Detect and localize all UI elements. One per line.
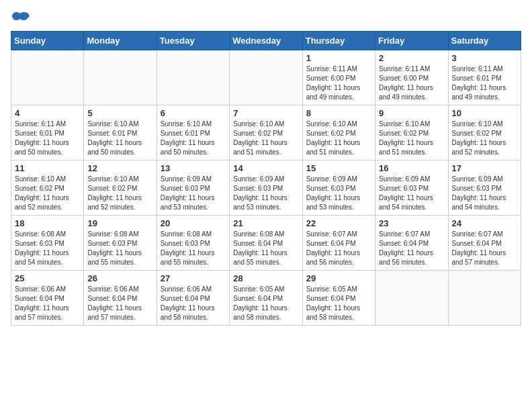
- calendar-cell: [11, 50, 84, 105]
- day-number: 15: [306, 163, 371, 173]
- day-info: Sunrise: 6:11 AM Sunset: 6:00 PM Dayligh…: [379, 64, 444, 102]
- day-number: 16: [379, 163, 444, 173]
- logo-bird-icon: [11, 11, 30, 27]
- day-number: 22: [306, 218, 371, 228]
- day-number: 3: [452, 53, 517, 63]
- day-info: Sunrise: 6:06 AM Sunset: 6:04 PM Dayligh…: [15, 285, 80, 322]
- day-number: 23: [379, 218, 444, 228]
- calendar-week-row: 25Sunrise: 6:06 AM Sunset: 6:04 PM Dayli…: [11, 271, 521, 326]
- weekday-header: Wednesday: [230, 32, 302, 50]
- day-info: Sunrise: 6:09 AM Sunset: 6:03 PM Dayligh…: [306, 175, 371, 212]
- calendar-cell: 2Sunrise: 6:11 AM Sunset: 6:00 PM Daylig…: [375, 50, 448, 105]
- day-number: 1: [306, 53, 371, 63]
- day-info: Sunrise: 6:10 AM Sunset: 6:02 PM Dayligh…: [233, 120, 298, 157]
- calendar-week-row: 11Sunrise: 6:10 AM Sunset: 6:02 PM Dayli…: [11, 161, 521, 216]
- weekday-header: Thursday: [302, 32, 375, 50]
- calendar-cell: 8Sunrise: 6:10 AM Sunset: 6:02 PM Daylig…: [302, 105, 375, 161]
- day-number: 8: [306, 108, 371, 118]
- calendar-cell: 13Sunrise: 6:09 AM Sunset: 6:03 PM Dayli…: [157, 161, 229, 216]
- calendar-cell: [230, 50, 302, 105]
- day-number: 18: [15, 218, 80, 228]
- calendar-header-row: SundayMondayTuesdayWednesdayThursdayFrid…: [11, 32, 521, 50]
- calendar-cell: 12Sunrise: 6:10 AM Sunset: 6:02 PM Dayli…: [84, 161, 157, 216]
- calendar-cell: 4Sunrise: 6:11 AM Sunset: 6:01 PM Daylig…: [11, 105, 84, 161]
- day-info: Sunrise: 6:05 AM Sunset: 6:04 PM Dayligh…: [306, 285, 371, 322]
- day-info: Sunrise: 6:07 AM Sunset: 6:04 PM Dayligh…: [452, 230, 517, 267]
- day-info: Sunrise: 6:09 AM Sunset: 6:03 PM Dayligh…: [379, 175, 444, 212]
- day-info: Sunrise: 6:09 AM Sunset: 6:03 PM Dayligh…: [161, 175, 226, 212]
- calendar-cell: 26Sunrise: 6:06 AM Sunset: 6:04 PM Dayli…: [84, 271, 157, 326]
- day-number: 17: [452, 163, 517, 173]
- day-number: 29: [306, 273, 371, 283]
- day-info: Sunrise: 6:11 AM Sunset: 6:01 PM Dayligh…: [15, 120, 80, 157]
- header: [11, 11, 521, 24]
- calendar-cell: [84, 50, 157, 105]
- day-info: Sunrise: 6:10 AM Sunset: 6:01 PM Dayligh…: [87, 120, 152, 157]
- day-number: 10: [452, 108, 517, 118]
- calendar-cell: 3Sunrise: 6:11 AM Sunset: 6:01 PM Daylig…: [448, 50, 521, 105]
- calendar-cell: 10Sunrise: 6:10 AM Sunset: 6:02 PM Dayli…: [448, 105, 521, 161]
- day-number: 12: [87, 163, 152, 173]
- day-number: 27: [161, 273, 226, 283]
- day-number: 26: [87, 273, 152, 283]
- calendar-cell: 17Sunrise: 6:09 AM Sunset: 6:03 PM Dayli…: [448, 161, 521, 216]
- day-number: 4: [15, 108, 80, 118]
- day-info: Sunrise: 6:10 AM Sunset: 6:02 PM Dayligh…: [452, 120, 517, 157]
- day-info: Sunrise: 6:07 AM Sunset: 6:04 PM Dayligh…: [306, 230, 371, 267]
- calendar-week-row: 4Sunrise: 6:11 AM Sunset: 6:01 PM Daylig…: [11, 105, 521, 161]
- calendar-cell: 15Sunrise: 6:09 AM Sunset: 6:03 PM Dayli…: [302, 161, 375, 216]
- calendar-cell: 18Sunrise: 6:08 AM Sunset: 6:03 PM Dayli…: [11, 216, 84, 271]
- calendar-week-row: 1Sunrise: 6:11 AM Sunset: 6:00 PM Daylig…: [11, 50, 521, 105]
- weekday-header: Friday: [375, 32, 448, 50]
- day-info: Sunrise: 6:07 AM Sunset: 6:04 PM Dayligh…: [379, 230, 444, 267]
- day-number: 11: [15, 163, 80, 173]
- day-info: Sunrise: 6:11 AM Sunset: 6:00 PM Dayligh…: [306, 64, 371, 102]
- calendar-cell: 6Sunrise: 6:10 AM Sunset: 6:01 PM Daylig…: [157, 105, 229, 161]
- calendar-cell: 5Sunrise: 6:10 AM Sunset: 6:01 PM Daylig…: [84, 105, 157, 161]
- calendar-week-row: 18Sunrise: 6:08 AM Sunset: 6:03 PM Dayli…: [11, 216, 521, 271]
- day-number: 13: [161, 163, 226, 173]
- calendar-cell: 27Sunrise: 6:06 AM Sunset: 6:04 PM Dayli…: [157, 271, 229, 326]
- day-info: Sunrise: 6:08 AM Sunset: 6:04 PM Dayligh…: [233, 230, 298, 267]
- calendar-cell: 9Sunrise: 6:10 AM Sunset: 6:02 PM Daylig…: [375, 105, 448, 161]
- weekday-header: Monday: [84, 32, 157, 50]
- calendar-cell: 25Sunrise: 6:06 AM Sunset: 6:04 PM Dayli…: [11, 271, 84, 326]
- day-number: 2: [379, 53, 444, 63]
- day-info: Sunrise: 6:11 AM Sunset: 6:01 PM Dayligh…: [452, 64, 517, 102]
- day-info: Sunrise: 6:09 AM Sunset: 6:03 PM Dayligh…: [452, 175, 517, 212]
- calendar-cell: 7Sunrise: 6:10 AM Sunset: 6:02 PM Daylig…: [230, 105, 302, 161]
- day-info: Sunrise: 6:09 AM Sunset: 6:03 PM Dayligh…: [233, 175, 298, 212]
- calendar-cell: 24Sunrise: 6:07 AM Sunset: 6:04 PM Dayli…: [448, 216, 521, 271]
- calendar-cell: 16Sunrise: 6:09 AM Sunset: 6:03 PM Dayli…: [375, 161, 448, 216]
- weekday-header: Tuesday: [157, 32, 229, 50]
- logo: [11, 11, 30, 24]
- calendar-cell: 14Sunrise: 6:09 AM Sunset: 6:03 PM Dayli…: [230, 161, 302, 216]
- day-info: Sunrise: 6:10 AM Sunset: 6:01 PM Dayligh…: [161, 120, 226, 157]
- calendar-cell: [375, 271, 448, 326]
- day-info: Sunrise: 6:05 AM Sunset: 6:04 PM Dayligh…: [233, 285, 298, 322]
- day-info: Sunrise: 6:08 AM Sunset: 6:03 PM Dayligh…: [87, 230, 152, 267]
- day-info: Sunrise: 6:06 AM Sunset: 6:04 PM Dayligh…: [161, 285, 226, 322]
- calendar-cell: 1Sunrise: 6:11 AM Sunset: 6:00 PM Daylig…: [302, 50, 375, 105]
- day-number: 25: [15, 273, 80, 283]
- day-info: Sunrise: 6:08 AM Sunset: 6:03 PM Dayligh…: [161, 230, 226, 267]
- day-number: 24: [452, 218, 517, 228]
- calendar-cell: 28Sunrise: 6:05 AM Sunset: 6:04 PM Dayli…: [230, 271, 302, 326]
- day-number: 5: [87, 108, 152, 118]
- day-info: Sunrise: 6:08 AM Sunset: 6:03 PM Dayligh…: [15, 230, 80, 267]
- calendar-cell: 11Sunrise: 6:10 AM Sunset: 6:02 PM Dayli…: [11, 161, 84, 216]
- weekday-header: Sunday: [11, 32, 84, 50]
- day-number: 21: [233, 218, 298, 228]
- day-number: 19: [87, 218, 152, 228]
- day-info: Sunrise: 6:10 AM Sunset: 6:02 PM Dayligh…: [379, 120, 444, 157]
- calendar-cell: 23Sunrise: 6:07 AM Sunset: 6:04 PM Dayli…: [375, 216, 448, 271]
- day-number: 28: [233, 273, 298, 283]
- calendar-cell: 21Sunrise: 6:08 AM Sunset: 6:04 PM Dayli…: [230, 216, 302, 271]
- day-number: 6: [161, 108, 226, 118]
- day-number: 14: [233, 163, 298, 173]
- calendar-cell: [448, 271, 521, 326]
- calendar-cell: 29Sunrise: 6:05 AM Sunset: 6:04 PM Dayli…: [302, 271, 375, 326]
- calendar-cell: 20Sunrise: 6:08 AM Sunset: 6:03 PM Dayli…: [157, 216, 229, 271]
- day-number: 9: [379, 108, 444, 118]
- calendar-cell: 19Sunrise: 6:08 AM Sunset: 6:03 PM Dayli…: [84, 216, 157, 271]
